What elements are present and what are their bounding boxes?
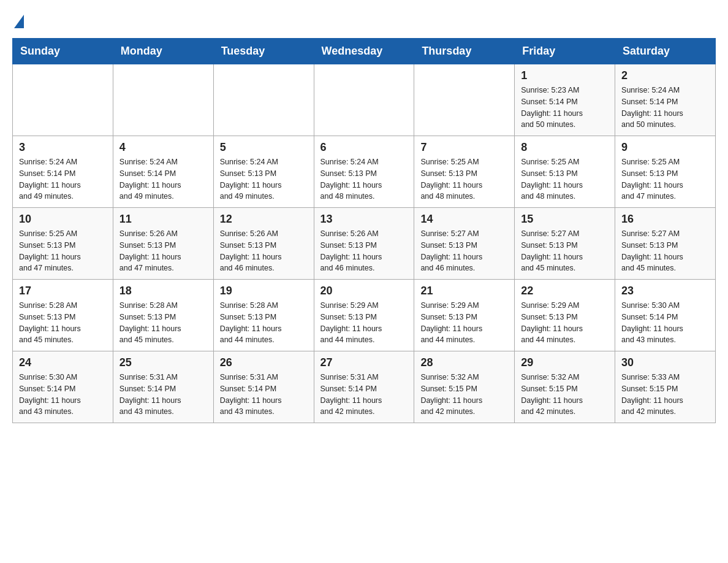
weekday-header-wednesday: Wednesday [314, 39, 414, 64]
day-number: 10 [19, 213, 107, 226]
day-info: Sunrise: 5:26 AM Sunset: 5:13 PM Dayligh… [220, 228, 308, 274]
day-number: 27 [320, 356, 408, 369]
page-header [12, 12, 716, 28]
day-info: Sunrise: 5:25 AM Sunset: 5:13 PM Dayligh… [521, 156, 609, 202]
calendar-cell: 20Sunrise: 5:29 AM Sunset: 5:13 PM Dayli… [314, 280, 414, 351]
calendar-cell: 17Sunrise: 5:28 AM Sunset: 5:13 PM Dayli… [13, 280, 113, 351]
day-info: Sunrise: 5:25 AM Sunset: 5:13 PM Dayligh… [420, 156, 508, 202]
calendar-cell: 15Sunrise: 5:27 AM Sunset: 5:13 PM Dayli… [515, 208, 615, 280]
calendar-cell: 21Sunrise: 5:29 AM Sunset: 5:13 PM Dayli… [414, 280, 515, 351]
day-number: 30 [621, 356, 709, 369]
day-info: Sunrise: 5:28 AM Sunset: 5:13 PM Dayligh… [220, 300, 308, 346]
day-number: 20 [320, 285, 408, 297]
calendar-cell: 12Sunrise: 5:26 AM Sunset: 5:13 PM Dayli… [213, 208, 314, 280]
day-number: 19 [220, 285, 308, 297]
day-number: 8 [521, 141, 609, 154]
calendar-cell: 8Sunrise: 5:25 AM Sunset: 5:13 PM Daylig… [515, 136, 615, 208]
day-number: 21 [420, 285, 508, 297]
day-info: Sunrise: 5:26 AM Sunset: 5:13 PM Dayligh… [320, 228, 408, 274]
calendar-cell [414, 64, 515, 136]
day-number: 17 [19, 285, 107, 297]
day-info: Sunrise: 5:27 AM Sunset: 5:13 PM Dayligh… [521, 228, 609, 274]
calendar-cell [13, 64, 113, 136]
day-number: 18 [119, 285, 207, 297]
day-number: 29 [521, 356, 609, 369]
calendar-cell: 6Sunrise: 5:24 AM Sunset: 5:13 PM Daylig… [314, 136, 414, 208]
day-info: Sunrise: 5:33 AM Sunset: 5:15 PM Dayligh… [621, 372, 709, 418]
day-info: Sunrise: 5:27 AM Sunset: 5:13 PM Dayligh… [621, 228, 709, 274]
day-info: Sunrise: 5:29 AM Sunset: 5:13 PM Dayligh… [420, 300, 508, 346]
day-info: Sunrise: 5:24 AM Sunset: 5:13 PM Dayligh… [320, 156, 408, 202]
calendar-week-2: 3Sunrise: 5:24 AM Sunset: 5:14 PM Daylig… [13, 136, 716, 208]
calendar-cell: 1Sunrise: 5:23 AM Sunset: 5:14 PM Daylig… [515, 64, 615, 136]
weekday-header-friday: Friday [515, 39, 615, 64]
calendar-cell: 3Sunrise: 5:24 AM Sunset: 5:14 PM Daylig… [13, 136, 113, 208]
calendar-cell: 25Sunrise: 5:31 AM Sunset: 5:14 PM Dayli… [113, 351, 213, 423]
calendar-week-3: 10Sunrise: 5:25 AM Sunset: 5:13 PM Dayli… [13, 208, 716, 280]
calendar-cell: 27Sunrise: 5:31 AM Sunset: 5:14 PM Dayli… [314, 351, 414, 423]
calendar-cell: 18Sunrise: 5:28 AM Sunset: 5:13 PM Dayli… [113, 280, 213, 351]
calendar-cell: 28Sunrise: 5:32 AM Sunset: 5:15 PM Dayli… [414, 351, 515, 423]
calendar-cell: 16Sunrise: 5:27 AM Sunset: 5:13 PM Dayli… [615, 208, 716, 280]
weekday-header-row: SundayMondayTuesdayWednesdayThursdayFrid… [13, 39, 716, 64]
day-number: 5 [220, 141, 308, 154]
day-info: Sunrise: 5:24 AM Sunset: 5:14 PM Dayligh… [19, 156, 107, 202]
weekday-header-saturday: Saturday [615, 39, 716, 64]
day-info: Sunrise: 5:27 AM Sunset: 5:13 PM Dayligh… [420, 228, 508, 274]
calendar-cell: 5Sunrise: 5:24 AM Sunset: 5:13 PM Daylig… [213, 136, 314, 208]
calendar-cell: 10Sunrise: 5:25 AM Sunset: 5:13 PM Dayli… [13, 208, 113, 280]
calendar-week-4: 17Sunrise: 5:28 AM Sunset: 5:13 PM Dayli… [13, 280, 716, 351]
calendar-week-1: 1Sunrise: 5:23 AM Sunset: 5:14 PM Daylig… [13, 64, 716, 136]
calendar-cell: 11Sunrise: 5:26 AM Sunset: 5:13 PM Dayli… [113, 208, 213, 280]
calendar-table: SundayMondayTuesdayWednesdayThursdayFrid… [12, 38, 716, 423]
calendar-cell: 7Sunrise: 5:25 AM Sunset: 5:13 PM Daylig… [414, 136, 515, 208]
day-info: Sunrise: 5:29 AM Sunset: 5:13 PM Dayligh… [320, 300, 408, 346]
calendar-week-5: 24Sunrise: 5:30 AM Sunset: 5:14 PM Dayli… [13, 351, 716, 423]
day-number: 25 [119, 356, 207, 369]
calendar-cell: 13Sunrise: 5:26 AM Sunset: 5:13 PM Dayli… [314, 208, 414, 280]
day-info: Sunrise: 5:32 AM Sunset: 5:15 PM Dayligh… [420, 372, 508, 418]
calendar-cell [113, 64, 213, 136]
day-number: 6 [320, 141, 408, 154]
day-number: 1 [521, 69, 609, 82]
day-number: 13 [320, 213, 408, 226]
day-info: Sunrise: 5:30 AM Sunset: 5:14 PM Dayligh… [621, 300, 709, 346]
day-info: Sunrise: 5:28 AM Sunset: 5:13 PM Dayligh… [119, 300, 207, 346]
calendar-cell: 9Sunrise: 5:25 AM Sunset: 5:13 PM Daylig… [615, 136, 716, 208]
calendar-cell: 2Sunrise: 5:24 AM Sunset: 5:14 PM Daylig… [615, 64, 716, 136]
day-number: 11 [119, 213, 207, 226]
weekday-header-sunday: Sunday [13, 39, 113, 64]
day-number: 3 [19, 141, 107, 154]
day-info: Sunrise: 5:30 AM Sunset: 5:14 PM Dayligh… [19, 372, 107, 418]
calendar-cell: 14Sunrise: 5:27 AM Sunset: 5:13 PM Dayli… [414, 208, 515, 280]
day-number: 26 [220, 356, 308, 369]
day-info: Sunrise: 5:29 AM Sunset: 5:13 PM Dayligh… [521, 300, 609, 346]
calendar-cell: 23Sunrise: 5:30 AM Sunset: 5:14 PM Dayli… [615, 280, 716, 351]
calendar-cell [213, 64, 314, 136]
day-number: 28 [420, 356, 508, 369]
day-number: 2 [621, 69, 709, 82]
day-number: 12 [220, 213, 308, 226]
day-info: Sunrise: 5:23 AM Sunset: 5:14 PM Dayligh… [521, 85, 609, 131]
day-info: Sunrise: 5:28 AM Sunset: 5:13 PM Dayligh… [19, 300, 107, 346]
day-info: Sunrise: 5:31 AM Sunset: 5:14 PM Dayligh… [320, 372, 408, 418]
calendar-cell: 29Sunrise: 5:32 AM Sunset: 5:15 PM Dayli… [515, 351, 615, 423]
calendar-cell: 30Sunrise: 5:33 AM Sunset: 5:15 PM Dayli… [615, 351, 716, 423]
day-info: Sunrise: 5:25 AM Sunset: 5:13 PM Dayligh… [19, 228, 107, 274]
day-info: Sunrise: 5:24 AM Sunset: 5:14 PM Dayligh… [119, 156, 207, 202]
day-info: Sunrise: 5:32 AM Sunset: 5:15 PM Dayligh… [521, 372, 609, 418]
weekday-header-tuesday: Tuesday [213, 39, 314, 64]
day-number: 24 [19, 356, 107, 369]
day-number: 22 [521, 285, 609, 297]
day-info: Sunrise: 5:24 AM Sunset: 5:14 PM Dayligh… [621, 85, 709, 131]
day-info: Sunrise: 5:31 AM Sunset: 5:14 PM Dayligh… [220, 372, 308, 418]
day-info: Sunrise: 5:26 AM Sunset: 5:13 PM Dayligh… [119, 228, 207, 274]
day-info: Sunrise: 5:31 AM Sunset: 5:14 PM Dayligh… [119, 372, 207, 418]
day-number: 23 [621, 285, 709, 297]
day-info: Sunrise: 5:25 AM Sunset: 5:13 PM Dayligh… [621, 156, 709, 202]
day-number: 9 [621, 141, 709, 154]
day-info: Sunrise: 5:24 AM Sunset: 5:13 PM Dayligh… [220, 156, 308, 202]
weekday-header-monday: Monday [113, 39, 213, 64]
weekday-header-thursday: Thursday [414, 39, 515, 64]
calendar-cell: 19Sunrise: 5:28 AM Sunset: 5:13 PM Dayli… [213, 280, 314, 351]
